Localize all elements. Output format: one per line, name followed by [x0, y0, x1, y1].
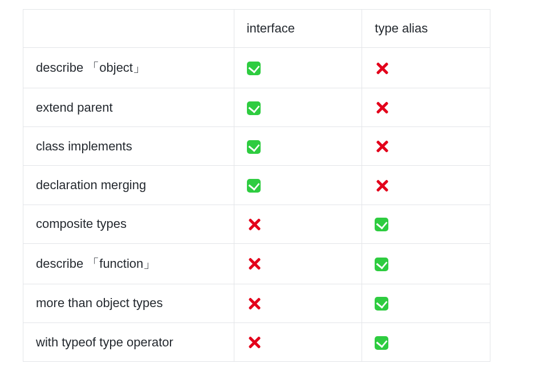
table-row: declaration merging — [23, 166, 490, 205]
column-header-interface: interface — [234, 10, 362, 48]
cross-icon — [375, 100, 389, 115]
feature-cell: declaration merging — [23, 166, 234, 205]
table-row: describe 「function」 — [23, 243, 490, 284]
check-icon — [247, 140, 261, 154]
table-header-row: interface type alias — [23, 10, 490, 48]
table-row: class implements — [23, 127, 490, 166]
cross-icon — [247, 296, 262, 311]
feature-cell: class implements — [23, 127, 234, 166]
alias-cell — [362, 88, 490, 127]
table-row: describe 「object」 — [23, 48, 490, 88]
cross-icon — [247, 335, 262, 350]
cross-icon — [375, 178, 389, 193]
table-row: with typeof type operator — [23, 322, 490, 361]
interface-cell — [234, 243, 362, 284]
alias-cell — [362, 127, 490, 166]
alias-cell — [362, 48, 490, 88]
interface-cell — [234, 88, 362, 127]
feature-cell: composite types — [23, 205, 234, 243]
feature-cell: with typeof type operator — [23, 322, 234, 361]
column-header-feature — [23, 10, 234, 48]
feature-cell: more than object types — [23, 284, 234, 322]
interface-cell — [234, 284, 362, 322]
interface-cell — [234, 127, 362, 166]
table-row: composite types — [23, 205, 490, 243]
alias-cell — [362, 166, 490, 205]
check-icon — [375, 218, 388, 231]
cross-icon — [375, 139, 389, 154]
table-row: more than object types — [23, 284, 490, 322]
check-icon — [247, 62, 261, 75]
alias-cell — [362, 205, 490, 243]
interface-cell — [234, 48, 362, 88]
table-row: extend parent — [23, 88, 490, 127]
feature-cell: describe 「object」 — [23, 48, 234, 88]
check-icon — [247, 101, 261, 115]
cross-icon — [247, 217, 262, 232]
alias-cell — [362, 243, 490, 284]
interface-cell — [234, 322, 362, 361]
feature-cell: describe 「function」 — [23, 243, 234, 284]
alias-cell — [362, 284, 490, 322]
comparison-table: interface type alias describe 「object」ex… — [23, 9, 490, 362]
column-header-type-alias: type alias — [362, 10, 490, 48]
table-body: describe 「object」extend parentclass impl… — [23, 48, 490, 362]
interface-cell — [234, 166, 362, 205]
feature-cell: extend parent — [23, 88, 234, 127]
alias-cell — [362, 322, 490, 361]
interface-cell — [234, 205, 362, 243]
check-icon — [375, 258, 388, 271]
check-icon — [375, 336, 388, 350]
cross-icon — [375, 61, 389, 76]
check-icon — [375, 297, 388, 311]
cross-icon — [247, 256, 262, 271]
check-icon — [247, 179, 261, 193]
